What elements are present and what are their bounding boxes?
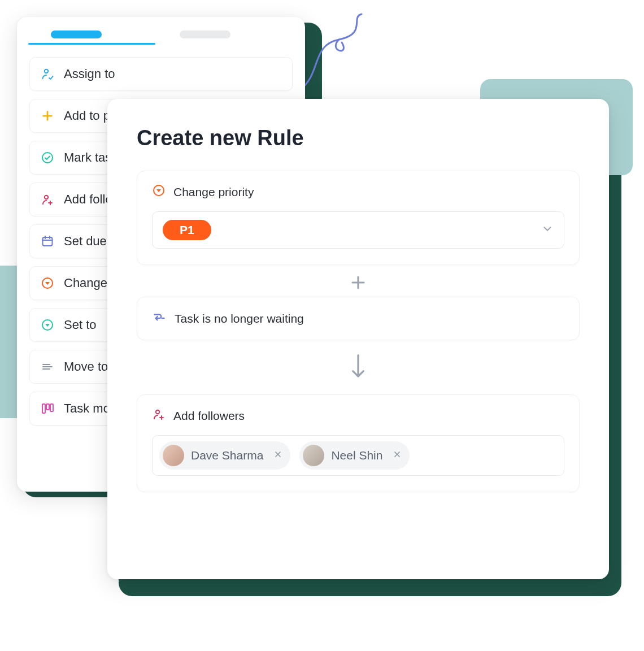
add-follower-icon <box>40 192 55 207</box>
chevron-down-icon <box>541 223 554 237</box>
avatar <box>163 445 184 466</box>
action-label: Assign to <box>64 67 115 81</box>
svg-point-2 <box>45 196 48 199</box>
action-label: Add to p <box>64 108 110 123</box>
action-assign-to[interactable]: Assign to <box>29 57 293 91</box>
svg-rect-3 <box>43 237 53 246</box>
svg-point-0 <box>45 70 48 73</box>
waiting-label: Task is no longer waiting <box>175 312 304 326</box>
plus-icon <box>40 108 55 123</box>
priority-select[interactable]: P1 <box>152 211 564 249</box>
board-icon <box>40 401 55 416</box>
move-to-icon <box>40 359 55 374</box>
create-rule-panel: Create new Rule Change priority P1 Task … <box>107 99 609 579</box>
change-priority-section: Change priority P1 <box>137 171 580 265</box>
svg-point-10 <box>156 410 159 414</box>
add-followers-section: Add followers Dave Sharma Neel Shin <box>137 394 580 492</box>
followers-input[interactable]: Dave Sharma Neel Shin <box>152 435 564 476</box>
tabs <box>17 31 305 38</box>
section-label: Add followers <box>173 409 245 423</box>
action-label: Set to <box>64 318 96 332</box>
action-label: Add follo <box>64 192 112 207</box>
assign-icon <box>40 67 55 81</box>
waiting-icon <box>152 310 167 327</box>
set-to-icon <box>40 318 55 332</box>
tab-inactive[interactable] <box>180 31 230 38</box>
check-circle-icon <box>40 150 55 165</box>
tab-underline <box>28 43 155 45</box>
priority-icon <box>40 276 55 290</box>
svg-rect-8 <box>50 404 53 411</box>
svg-rect-6 <box>42 404 45 413</box>
tab-active[interactable] <box>51 31 102 38</box>
section-header: Change priority <box>152 184 564 200</box>
action-label: Mark tas <box>64 150 111 165</box>
remove-follower-button[interactable] <box>273 450 282 462</box>
follower-name: Dave Sharma <box>191 449 263 462</box>
follower-chip: Neel Shin <box>299 441 410 470</box>
svg-point-1 <box>42 153 53 163</box>
follower-name: Neel Shin <box>331 449 382 462</box>
section-label: Change priority <box>173 185 254 199</box>
add-step-button[interactable] <box>137 274 580 291</box>
arrow-down-icon <box>137 354 580 381</box>
section-header: Add followers <box>152 407 564 424</box>
action-label: Move to <box>64 359 108 374</box>
follower-chip: Dave Sharma <box>159 441 290 470</box>
calendar-icon <box>40 234 55 249</box>
remove-follower-button[interactable] <box>393 450 402 462</box>
add-follower-icon <box>152 407 166 424</box>
svg-rect-7 <box>46 404 49 410</box>
priority-value-chip: P1 <box>163 220 211 240</box>
avatar <box>303 445 324 466</box>
panel-title: Create new Rule <box>137 126 580 150</box>
priority-icon <box>152 184 166 200</box>
waiting-condition-row[interactable]: Task is no longer waiting <box>137 297 580 340</box>
